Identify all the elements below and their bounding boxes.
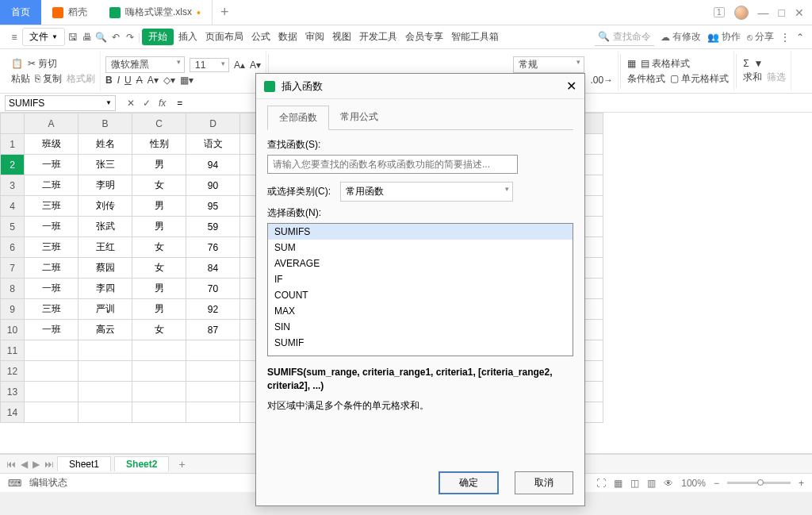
- sum-icon[interactable]: Σ: [743, 58, 749, 69]
- menu-dev[interactable]: 开发工具: [356, 30, 400, 44]
- cell[interactable]: 刘传: [79, 196, 132, 217]
- view-normal-icon[interactable]: ▦: [614, 478, 622, 489]
- cell[interactable]: 张三: [79, 155, 132, 175]
- user-avatar[interactable]: [734, 6, 749, 20]
- cell[interactable]: [186, 361, 240, 382]
- cell[interactable]: [25, 361, 79, 382]
- cell[interactable]: 一班: [25, 279, 79, 299]
- row-head-3[interactable]: 3: [1, 175, 25, 196]
- cell[interactable]: 92: [186, 299, 240, 320]
- cell[interactable]: 性别: [132, 134, 186, 155]
- cell[interactable]: 87: [186, 320, 240, 340]
- cell[interactable]: 李四: [79, 279, 132, 299]
- fullscreen-icon[interactable]: ⛶: [596, 478, 606, 489]
- menu-formula[interactable]: 公式: [248, 30, 274, 44]
- function-list-item[interactable]: SUMIF: [268, 335, 573, 351]
- italic-button[interactable]: I: [117, 75, 120, 86]
- cell[interactable]: 94: [186, 155, 240, 175]
- cond-format-icon[interactable]: ▦: [627, 58, 636, 69]
- undo-icon[interactable]: ↶: [109, 31, 122, 44]
- row-head-10[interactable]: 10: [1, 320, 25, 340]
- cell[interactable]: [132, 382, 186, 402]
- cell[interactable]: 男: [132, 196, 186, 217]
- cell[interactable]: 二班: [25, 258, 79, 279]
- row-head-6[interactable]: 6: [1, 237, 25, 258]
- file-menu[interactable]: 文件▼: [22, 28, 65, 46]
- cut-button[interactable]: ✂剪切: [28, 57, 57, 71]
- menu-page-layout[interactable]: 页面布局: [202, 30, 247, 44]
- cell[interactable]: 男: [132, 279, 186, 299]
- format-painter[interactable]: 格式刷: [67, 72, 95, 86]
- cell[interactable]: 一班: [25, 217, 79, 237]
- cell[interactable]: 李明: [79, 175, 132, 196]
- border-button[interactable]: ▦▾: [180, 75, 193, 86]
- cell[interactable]: 76: [186, 237, 240, 258]
- cell[interactable]: [25, 340, 79, 361]
- dialog-tab-all[interactable]: 全部函数: [267, 106, 329, 130]
- function-list-item[interactable]: SUM: [268, 240, 573, 256]
- share-button[interactable]: ⎋分享: [747, 30, 774, 44]
- row-head-13[interactable]: 13: [1, 382, 25, 402]
- row-head-11[interactable]: 11: [1, 340, 25, 361]
- paste-label[interactable]: 粘贴: [11, 72, 30, 86]
- cancel-formula-button[interactable]: ✕: [127, 98, 135, 109]
- zoom-in-button[interactable]: +: [799, 478, 804, 489]
- tab-docker[interactable]: 稻壳: [41, 0, 98, 25]
- cell[interactable]: [132, 361, 186, 382]
- cell[interactable]: 男: [132, 217, 186, 237]
- add-sheet-button[interactable]: +: [172, 458, 191, 471]
- cell[interactable]: 二班: [25, 175, 79, 196]
- row-head-14[interactable]: 14: [1, 402, 25, 423]
- collapse-ribbon-icon[interactable]: ⌃: [796, 32, 804, 43]
- function-list-item[interactable]: AVERAGE: [268, 256, 573, 271]
- cell[interactable]: [25, 402, 79, 423]
- filter-icon[interactable]: ▼: [754, 58, 764, 69]
- new-tab-button[interactable]: +: [213, 4, 237, 21]
- menu-view[interactable]: 视图: [329, 30, 354, 44]
- row-head-1[interactable]: 1: [1, 134, 25, 155]
- cell[interactable]: 姓名: [79, 134, 132, 155]
- col-head-B[interactable]: B: [79, 113, 132, 134]
- cell[interactable]: 蔡园: [79, 258, 132, 279]
- decrease-font-icon[interactable]: A▾: [250, 60, 261, 71]
- cell[interactable]: 三班: [25, 237, 79, 258]
- function-list-item[interactable]: MAX: [268, 303, 573, 319]
- cell[interactable]: 语文: [186, 134, 240, 155]
- cell[interactable]: [79, 340, 132, 361]
- cell[interactable]: 高云: [79, 320, 132, 340]
- cell[interactable]: [25, 382, 79, 402]
- filter-label[interactable]: 筛选: [767, 71, 786, 84]
- dec-decimal-icon[interactable]: .00→: [590, 75, 613, 86]
- zoom-out-button[interactable]: −: [714, 478, 719, 489]
- function-list-item[interactable]: COUNT: [268, 287, 573, 303]
- more-icon[interactable]: ⋮: [780, 32, 790, 43]
- ok-button[interactable]: 确定: [439, 471, 499, 494]
- menu-tools[interactable]: 智能工具箱: [448, 30, 502, 44]
- cell[interactable]: 95: [186, 196, 240, 217]
- save-icon[interactable]: 🖫: [67, 31, 79, 44]
- sheet-nav-prev[interactable]: ◀: [21, 459, 28, 470]
- row-head-4[interactable]: 4: [1, 196, 25, 217]
- table-style-button[interactable]: ▤表格样式: [641, 57, 690, 71]
- cell[interactable]: 一班: [25, 155, 79, 175]
- function-list-item[interactable]: SIN: [268, 319, 573, 335]
- redo-icon[interactable]: ↷: [124, 31, 136, 44]
- row-head-2[interactable]: 2: [1, 155, 25, 175]
- category-select[interactable]: 常用函数: [340, 182, 513, 202]
- sheet-nav-last[interactable]: ⏭: [44, 459, 54, 470]
- close-window-button[interactable]: ✕: [795, 6, 804, 19]
- collab-button[interactable]: 👥协作: [707, 30, 741, 44]
- row-head-9[interactable]: 9: [1, 299, 25, 320]
- cell[interactable]: [186, 382, 240, 402]
- fx-button[interactable]: fx: [159, 98, 166, 109]
- row-head-12[interactable]: 12: [1, 361, 25, 382]
- font-size-select[interactable]: 11: [190, 58, 229, 72]
- view-page-icon[interactable]: ◫: [630, 478, 639, 489]
- menu-review[interactable]: 审阅: [302, 30, 327, 44]
- cell[interactable]: 女: [132, 320, 186, 340]
- number-format-select[interactable]: 常规: [513, 56, 584, 73]
- dialog-titlebar[interactable]: 插入函数 ✕: [256, 74, 584, 99]
- cell[interactable]: [79, 361, 132, 382]
- cell[interactable]: [132, 340, 186, 361]
- cell[interactable]: 84: [186, 258, 240, 279]
